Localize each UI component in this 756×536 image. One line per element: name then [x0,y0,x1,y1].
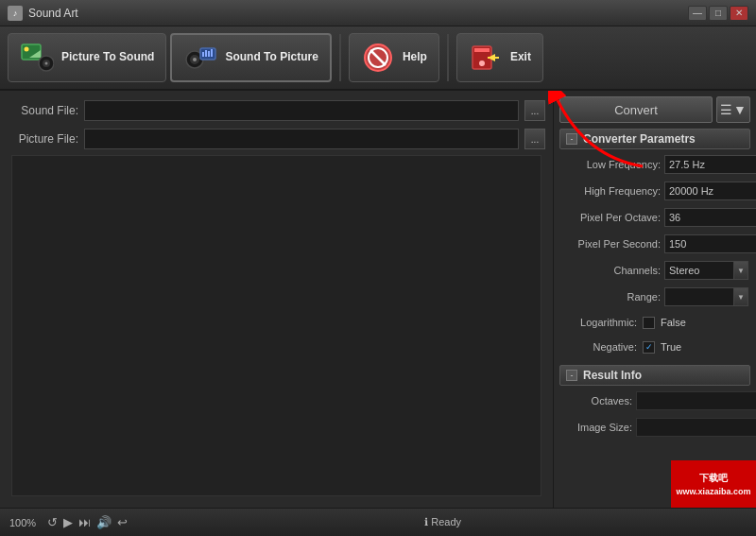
octaves-field [636,391,756,410]
logarithmic-row: Logarithmic: False [559,312,750,333]
range-value [664,287,733,306]
close-button[interactable]: ✕ [730,6,748,21]
forward-icon[interactable]: ⏭ [78,515,91,529]
svg-point-19 [479,61,485,66]
range-dropdown-button[interactable]: ▼ [733,287,748,306]
playback-controls: ↺ ▶ ⏭ 🔊 ↩ [47,515,128,529]
high-freq-spinner: ▲ ▼ [664,182,756,200]
channels-dropdown-button[interactable]: ▼ [733,261,748,280]
low-freq-spinner: ▲ ▼ [664,155,756,174]
high-freq-input[interactable] [664,182,756,200]
info-icon: ℹ [424,516,428,527]
convert-row: Convert ☰ ▼ [559,96,750,123]
image-size-field [636,418,756,437]
convert-button[interactable]: Convert [559,96,713,123]
pixel-octave-input[interactable] [664,208,756,227]
picture-to-sound-button[interactable]: Picture To Sound [8,33,166,82]
rewind-icon[interactable]: ↺ [47,515,58,529]
main-area: Sound File: ... Picture File: ... Conver… [0,91,756,508]
zoom-level: 100% [9,517,36,528]
result-info-title: Result Info [583,369,642,382]
minimize-button[interactable]: — [688,6,707,21]
left-panel: Sound File: ... Picture File: ... [0,91,553,508]
negative-label: Negative: [561,341,637,353]
negative-row: Negative: True [559,337,750,357]
options-button[interactable]: ☰ ▼ [716,96,750,123]
svg-rect-18 [474,48,490,52]
toolbar: Picture To Sound Sound To Picture [0,26,756,91]
logarithmic-label: Logarithmic: [561,317,637,328]
volume-icon[interactable]: 🔊 [96,515,112,529]
octaves-row: Octaves: [559,389,750,412]
image-size-label: Image Size: [561,422,632,433]
watermark-url: www.xiazaiba.com [676,487,750,496]
channels-select-wrapper: Stereo ▼ [664,261,748,280]
channels-row: Channels: Stereo ▼ [559,259,750,282]
exit-label: Exit [510,50,531,65]
converter-params-toggle[interactable]: - [566,133,577,145]
logarithmic-value: False [661,317,686,328]
sound-browse-button[interactable]: ... [524,100,545,121]
play-icon[interactable]: ▶ [63,515,73,529]
pixel-second-input[interactable] [664,234,756,253]
help-button[interactable]: Help [349,33,439,82]
low-freq-label: Low Frequency: [561,159,661,170]
negative-checkbox[interactable] [643,341,655,354]
result-info-toggle[interactable]: - [566,370,577,381]
svg-point-5 [45,62,48,65]
result-info-header[interactable]: - Result Info [559,365,750,386]
sound-file-row: Sound File: ... [8,98,545,123]
preview-area [11,155,541,496]
low-freq-input[interactable] [664,155,756,174]
dropdown-icon: ▼ [733,102,747,117]
sound-to-picture-button[interactable]: Sound To Picture [170,33,331,82]
picture-to-sound-label: Picture To Sound [61,50,154,65]
maximize-button[interactable]: □ [709,6,728,21]
app-icon: ♪ [8,6,23,21]
ready-text: Ready [431,516,461,527]
low-freq-row: Low Frequency: ▲ ▼ [559,153,750,176]
picture-file-label: Picture File: [8,132,78,146]
status-ready-area: ℹ Ready [139,516,747,528]
picture-to-sound-icon [20,41,54,75]
range-label: Range: [561,291,661,303]
svg-point-8 [193,58,197,61]
sound-to-picture-label: Sound To Picture [225,50,318,65]
sound-file-input[interactable] [84,100,519,121]
sound-file-label: Sound File: [8,104,78,117]
svg-rect-13 [211,49,213,57]
picture-file-input[interactable] [84,129,519,149]
right-panel: Convert ☰ ▼ - Converter Parametrs Low Fr… [553,91,756,508]
svg-rect-11 [205,50,207,57]
picture-file-row: Picture File: ... [8,127,545,151]
range-select-wrapper: ▼ [664,287,748,306]
converter-params-header[interactable]: - Converter Parametrs [559,129,750,149]
converter-params-title: Converter Parametrs [583,132,696,146]
svg-rect-10 [202,52,204,57]
help-icon [361,41,395,75]
app-title: Sound Art [28,7,688,20]
repeat-icon[interactable]: ↩ [117,515,128,529]
exit-icon [469,41,503,75]
range-row: Range: ▼ [559,285,750,308]
window-controls: — □ ✕ [688,6,748,21]
sound-to-picture-icon [183,41,217,75]
svg-point-1 [25,47,29,52]
pixel-second-spinner: ▲ ▼ [664,234,756,253]
image-size-row: Image Size: [559,416,750,439]
pixel-octave-label: Pixel Per Octave: [561,212,661,223]
logarithmic-checkbox[interactable] [643,317,655,329]
exit-button[interactable]: Exit [456,33,543,82]
picture-browse-button[interactable]: ... [524,129,545,149]
help-label: Help [403,50,427,65]
pixel-octave-spinner: ▲ ▼ [664,208,756,227]
title-bar: ♪ Sound Art — □ ✕ [0,0,756,26]
high-freq-label: High Frequency: [561,185,661,197]
toolbar-separator-1 [339,34,341,81]
channels-label: Channels: [561,265,661,276]
negative-value: True [661,341,681,353]
pixel-octave-row: Pixel Per Octave: ▲ ▼ [559,206,750,229]
svg-rect-12 [208,51,210,57]
watermark-text-1: 下载吧 [699,472,728,485]
octaves-label: Octaves: [561,395,632,406]
